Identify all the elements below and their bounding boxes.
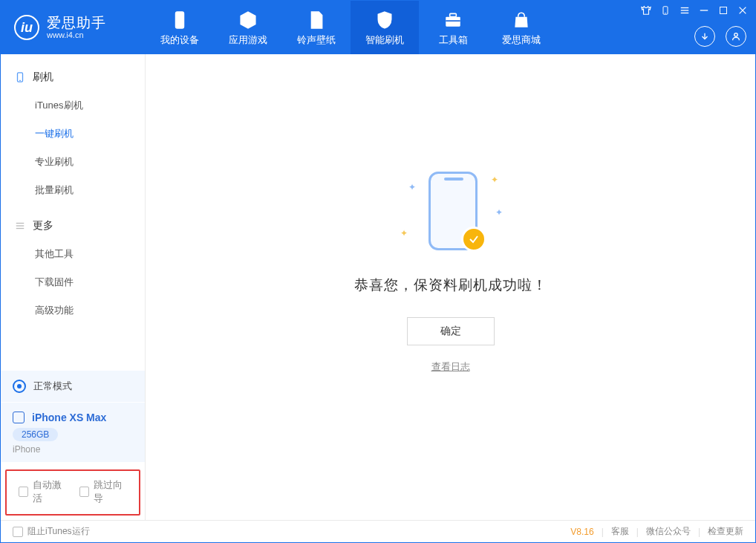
checkbox-auto-activate[interactable]: 自动激活 xyxy=(19,478,66,505)
success-message: 恭喜您，保资料刷机成功啦！ xyxy=(354,276,547,295)
maximize-icon[interactable] xyxy=(718,5,729,16)
tab-label: 应用游戏 xyxy=(229,33,267,47)
checkbox-icon xyxy=(13,527,23,537)
app-site: www.i4.cn xyxy=(47,30,106,39)
tab-store[interactable]: 爱思商城 xyxy=(487,1,555,54)
svg-rect-13 xyxy=(446,16,460,26)
sidebar-item-download-firmware[interactable]: 下载固件 xyxy=(1,268,145,296)
menu-icon[interactable] xyxy=(680,5,690,16)
refresh-shield-icon xyxy=(375,10,394,30)
bag-icon xyxy=(512,10,531,30)
footer-link-wechat[interactable]: 微信公众号 xyxy=(646,525,691,538)
checkmark-badge-icon xyxy=(461,227,486,252)
tab-toolbox[interactable]: 工具箱 xyxy=(419,1,487,54)
option-row-highlighted: 自动激活 跳过向导 xyxy=(5,469,140,516)
device-panel[interactable]: iPhone XS Max 256GB iPhone xyxy=(1,402,145,462)
phone-icon[interactable] xyxy=(660,5,671,16)
list-icon xyxy=(14,221,25,232)
logo-area: iu 爱思助手 www.i4.cn xyxy=(1,1,146,54)
tab-label: 爱思商城 xyxy=(502,33,541,47)
logo-text: 爱思助手 www.i4.cn xyxy=(47,16,106,40)
body: 刷机 iTunes刷机 一键刷机 专业刷机 批量刷机 更多 其他工具 下载固件 … xyxy=(1,54,755,520)
version-label: V8.16 xyxy=(570,527,593,537)
sidebar-bottom: 正常模式 iPhone XS Max 256GB iPhone 自动激活 xyxy=(1,370,145,520)
checkbox-label: 自动激活 xyxy=(33,478,67,505)
status-panel[interactable]: 正常模式 xyxy=(1,370,145,402)
sidebar-section-label: 刷机 xyxy=(33,71,53,84)
toolbox-icon xyxy=(443,10,463,30)
mode-icon xyxy=(13,380,26,393)
music-file-icon xyxy=(307,10,326,30)
tab-ringtones-wallpapers[interactable]: 铃声壁纸 xyxy=(282,1,351,54)
sparkle-icon: ✦ xyxy=(400,228,408,238)
checkbox-label: 跳过向导 xyxy=(94,478,128,505)
device-small-icon xyxy=(13,412,25,423)
svg-rect-14 xyxy=(450,13,457,16)
sidebar-item-other-tools[interactable]: 其他工具 xyxy=(1,240,145,268)
tab-label: 我的设备 xyxy=(160,33,199,47)
separator: | xyxy=(602,527,604,537)
sparkle-icon: ✦ xyxy=(495,207,503,218)
sidebar-item-one-click-flash[interactable]: 一键刷机 xyxy=(1,120,145,148)
checkbox-icon xyxy=(19,487,28,497)
footer-right: V8.16 | 客服 | 微信公众号 | 检查更新 xyxy=(570,525,743,538)
device-type: iPhone xyxy=(13,444,133,455)
download-button[interactable] xyxy=(694,26,715,47)
sparkle-icon: ✦ xyxy=(491,175,498,185)
user-button[interactable] xyxy=(726,26,746,47)
app-title: 爱思助手 xyxy=(47,16,106,31)
footer: 阻止iTunes运行 V8.16 | 客服 | 微信公众号 | 检查更新 xyxy=(1,520,755,542)
sidebar: 刷机 iTunes刷机 一键刷机 专业刷机 批量刷机 更多 其他工具 下载固件 … xyxy=(1,54,146,520)
tab-my-device[interactable]: 我的设备 xyxy=(146,1,214,54)
device-capacity: 256GB xyxy=(13,428,58,441)
mode-label: 正常模式 xyxy=(33,380,72,393)
separator: | xyxy=(636,527,639,537)
checkbox-skip-guide[interactable]: 跳过向导 xyxy=(79,478,127,505)
tab-label: 工具箱 xyxy=(439,33,468,47)
header: iu 爱思助手 www.i4.cn 我的设备 应用游戏 铃声壁纸 智能刷机 xyxy=(1,1,755,54)
tab-smart-flash[interactable]: 智能刷机 xyxy=(351,1,419,54)
shirt-icon[interactable] xyxy=(641,5,651,16)
svg-rect-6 xyxy=(720,7,727,14)
phone-fill-icon xyxy=(14,72,25,83)
logo-icon: iu xyxy=(14,15,39,40)
separator: | xyxy=(698,527,700,537)
sparkle-icon: ✦ xyxy=(408,182,416,192)
sidebar-section-more: 更多 xyxy=(1,212,145,240)
sidebar-scroll: 刷机 iTunes刷机 一键刷机 专业刷机 批量刷机 更多 其他工具 下载固件 … xyxy=(1,54,145,370)
tab-label: 铃声壁纸 xyxy=(297,33,336,47)
checkbox-label: 阻止iTunes运行 xyxy=(27,525,90,538)
footer-link-update[interactable]: 检查更新 xyxy=(708,525,743,538)
device-name: iPhone XS Max xyxy=(32,412,106,423)
sidebar-item-advanced[interactable]: 高级功能 xyxy=(1,296,145,325)
tab-label: 智能刷机 xyxy=(365,33,404,47)
svg-point-12 xyxy=(313,21,316,24)
checkbox-block-itunes[interactable]: 阻止iTunes运行 xyxy=(13,525,90,538)
checkbox-icon xyxy=(79,487,89,497)
window-controls xyxy=(641,5,748,16)
confirm-button[interactable]: 确定 xyxy=(407,317,495,345)
header-tabs: 我的设备 应用游戏 铃声壁纸 智能刷机 工具箱 爱思商城 xyxy=(146,1,555,54)
sidebar-item-batch-flash[interactable]: 批量刷机 xyxy=(1,176,145,204)
view-log-link[interactable]: 查看日志 xyxy=(431,360,470,374)
device-icon xyxy=(170,10,189,30)
minimize-icon[interactable] xyxy=(699,5,709,16)
footer-link-support[interactable]: 客服 xyxy=(611,525,629,538)
app-window: iu 爱思助手 www.i4.cn 我的设备 应用游戏 铃声壁纸 智能刷机 xyxy=(0,0,756,543)
sidebar-section-label: 更多 xyxy=(33,219,53,233)
svg-point-17 xyxy=(734,33,737,36)
tab-apps-games[interactable]: 应用游戏 xyxy=(214,1,282,54)
success-illustration: ✦ ✦ ✦ ✦ xyxy=(399,172,503,253)
sidebar-item-pro-flash[interactable]: 专业刷机 xyxy=(1,148,145,176)
main-content: ✦ ✦ ✦ ✦ 恭喜您，保资料刷机成功啦！ 确定 查看日志 xyxy=(146,54,755,520)
cube-icon xyxy=(238,10,258,30)
sidebar-item-itunes-flash[interactable]: iTunes刷机 xyxy=(1,91,145,120)
sidebar-section-flash: 刷机 xyxy=(1,63,145,91)
close-icon[interactable] xyxy=(737,5,748,16)
